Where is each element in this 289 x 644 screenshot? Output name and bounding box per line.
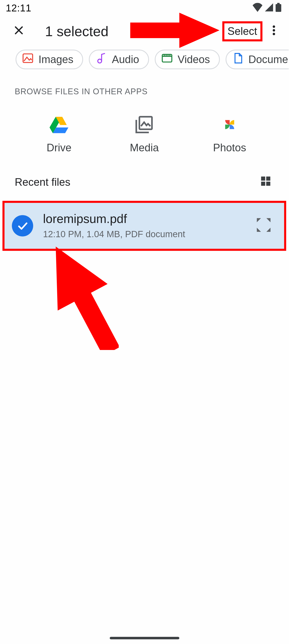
select-button[interactable]: Select <box>222 21 262 41</box>
wifi-icon <box>253 3 263 14</box>
file-name: loremipsum.pdf <box>43 212 245 226</box>
selected-check-icon <box>12 215 33 236</box>
grid-icon <box>260 175 272 189</box>
svg-point-2 <box>273 26 275 28</box>
more-options-button[interactable] <box>265 22 283 40</box>
app-label: Drive <box>47 142 72 154</box>
svg-rect-17 <box>261 182 265 186</box>
svg-rect-18 <box>266 182 270 186</box>
annotation-arrow-up <box>44 240 119 350</box>
svg-rect-16 <box>266 176 270 180</box>
chip-documents[interactable]: Documents <box>226 50 289 69</box>
browse-other-apps-label: BROWSE FILES IN OTHER APPS <box>0 73 289 96</box>
filter-chip-row[interactable]: Images Audio Videos Documents <box>0 46 289 73</box>
svg-marker-22 <box>267 228 271 232</box>
svg-rect-1 <box>277 3 280 4</box>
app-label: Photos <box>213 142 246 154</box>
selection-count-title: 1 selected <box>45 23 222 39</box>
chip-label: Videos <box>178 53 210 66</box>
chip-label: Documents <box>248 53 289 66</box>
chip-label: Audio <box>112 53 139 66</box>
app-label: Media <box>130 142 159 154</box>
svg-point-3 <box>273 29 275 32</box>
app-media[interactable]: Media <box>112 115 176 154</box>
chip-videos[interactable]: Videos <box>155 50 220 69</box>
drive-icon <box>50 115 69 134</box>
audio-icon <box>95 52 107 67</box>
close-icon <box>13 24 24 38</box>
media-icon <box>135 115 154 134</box>
video-icon <box>161 52 173 67</box>
svg-point-8 <box>98 59 102 63</box>
gesture-nav-pill <box>109 637 179 639</box>
view-grid-button[interactable] <box>258 174 273 190</box>
close-button[interactable] <box>9 21 28 41</box>
svg-marker-21 <box>257 228 261 232</box>
svg-rect-15 <box>261 176 265 180</box>
svg-rect-0 <box>276 4 281 12</box>
document-icon <box>232 52 243 67</box>
recent-files-header: Recent files <box>15 176 70 188</box>
svg-point-4 <box>273 33 275 35</box>
photos-icon <box>220 115 239 134</box>
status-time: 12:11 <box>6 2 31 14</box>
status-bar: 12:11 <box>0 0 289 16</box>
svg-marker-20 <box>267 218 271 222</box>
image-icon <box>22 52 33 67</box>
chip-audio[interactable]: Audio <box>89 50 149 69</box>
app-photos[interactable]: Photos <box>198 115 262 154</box>
expand-icon <box>256 217 272 235</box>
file-meta: 12:10 PM, 1.04 MB, PDF document <box>43 229 245 240</box>
app-drive[interactable]: Drive <box>27 115 91 154</box>
file-row-selected[interactable]: loremipsum.pdf 12:10 PM, 1.04 MB, PDF do… <box>2 201 286 251</box>
cell-signal-icon <box>265 3 273 13</box>
preview-button[interactable] <box>255 217 273 235</box>
chip-label: Images <box>38 53 73 66</box>
svg-marker-19 <box>257 218 261 222</box>
svg-rect-23 <box>70 286 119 350</box>
battery-icon <box>276 3 281 14</box>
selection-toolbar: 1 selected Select <box>0 16 289 46</box>
svg-rect-14 <box>140 117 152 129</box>
chip-images[interactable]: Images <box>15 50 83 69</box>
more-vert-icon <box>273 26 275 37</box>
